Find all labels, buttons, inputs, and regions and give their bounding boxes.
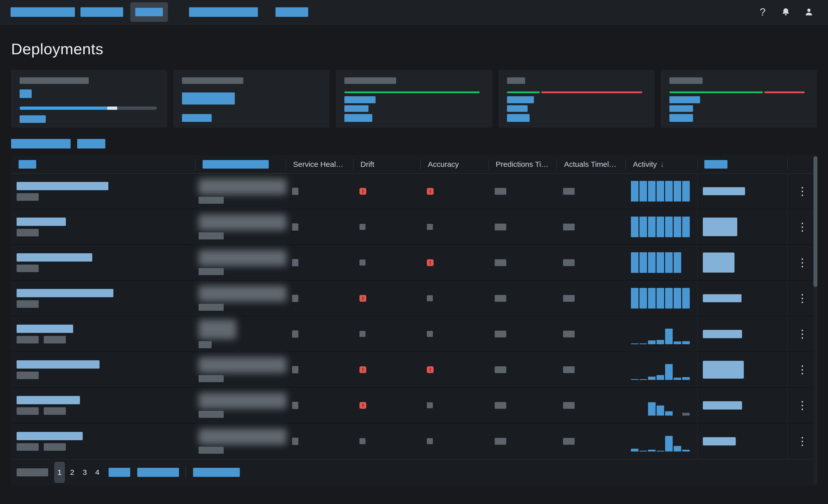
- deployment-name-redacted[interactable]: [16, 218, 66, 226]
- activity-bar: [657, 340, 664, 344]
- deployment-name-redacted[interactable]: [16, 253, 92, 262]
- status-redacted: [563, 224, 575, 230]
- service-health-cell: [286, 174, 353, 209]
- deployment-name-redacted[interactable]: [16, 360, 99, 369]
- column-header-name[interactable]: [11, 155, 195, 173]
- activity-bar: [682, 413, 690, 416]
- activity-chart: [631, 324, 690, 344]
- card-link-redacted[interactable]: [507, 96, 534, 103]
- kebab-menu-icon[interactable]: ⋮: [797, 401, 808, 410]
- page-button-3[interactable]: 3: [79, 462, 90, 483]
- status-redacted: [495, 188, 506, 195]
- service-health-cell: [286, 209, 353, 244]
- nav-item-1[interactable]: [10, 7, 75, 17]
- column-header-actuals[interactable]: Actuals Timel…: [556, 155, 625, 173]
- card-link-redacted[interactable]: [669, 114, 693, 122]
- activity-bar: [665, 288, 673, 309]
- status-redacted: [495, 402, 506, 409]
- model-name-blurred: [199, 393, 287, 409]
- nav-item-2[interactable]: [80, 7, 123, 17]
- activity-bar: [648, 217, 656, 237]
- table-row[interactable]: ! ! ⋮: [11, 174, 817, 209]
- tag-list: [16, 407, 66, 415]
- table-row[interactable]: ! ⋮: [11, 245, 817, 281]
- column-header-extra[interactable]: [697, 155, 787, 173]
- activity-cell: [625, 209, 697, 244]
- activity-chart: [631, 181, 690, 201]
- column-label: Activity: [633, 160, 657, 169]
- activity-chart: [631, 431, 690, 452]
- activity-bar: [682, 181, 690, 201]
- column-header-predictions[interactable]: Predictions Ti…: [488, 155, 556, 173]
- nav-item-4[interactable]: [189, 7, 258, 17]
- model-subtext-redacted: [199, 375, 224, 382]
- health-line: [507, 91, 646, 93]
- page-button-2[interactable]: 2: [67, 462, 77, 483]
- deployment-name-redacted[interactable]: [16, 182, 108, 190]
- tag-redacted: [16, 407, 39, 415]
- card-link-redacted[interactable]: [507, 105, 528, 112]
- activity-bar: [674, 378, 681, 380]
- kebab-menu-icon[interactable]: ⋮: [797, 437, 808, 446]
- column-header-model[interactable]: [195, 155, 286, 173]
- table-row[interactable]: ⋮: [11, 209, 817, 245]
- kebab-menu-icon[interactable]: ⋮: [797, 365, 808, 374]
- deployment-name-redacted[interactable]: [16, 432, 83, 440]
- column-label: Accuracy: [428, 160, 459, 169]
- user-icon[interactable]: [804, 6, 814, 17]
- toolbar-button-1[interactable]: [11, 139, 71, 148]
- accuracy-cell: [420, 209, 488, 244]
- column-label: Predictions Ti…: [496, 160, 548, 169]
- deployment-name-redacted[interactable]: [16, 325, 73, 333]
- card-link-redacted[interactable]: [344, 114, 372, 122]
- card-link-redacted[interactable]: [669, 96, 700, 103]
- activity-bar: [639, 181, 647, 201]
- activity-chart: [631, 288, 690, 309]
- table-row[interactable]: ⋮: [11, 316, 817, 352]
- column-header-activity[interactable]: Activity ↓: [625, 155, 697, 173]
- tag-list: [16, 229, 39, 236]
- kebab-menu-icon[interactable]: ⋮: [797, 329, 808, 338]
- activity-bar: [648, 288, 656, 309]
- nav-item-3-active[interactable]: [130, 2, 168, 22]
- card-link-redacted[interactable]: [669, 105, 693, 112]
- column-header-service-health[interactable]: Service Heal…: [286, 155, 353, 173]
- card-link-redacted[interactable]: [344, 96, 376, 103]
- table-row[interactable]: ! ! ⋮: [11, 352, 817, 388]
- activity-bar: [639, 343, 647, 344]
- kebab-menu-icon[interactable]: ⋮: [797, 258, 808, 267]
- notifications-icon[interactable]: [781, 6, 791, 17]
- help-icon[interactable]: ?: [758, 6, 768, 17]
- table-row[interactable]: ! ⋮: [11, 281, 817, 316]
- card-link-redacted[interactable]: [182, 114, 212, 122]
- deployment-name-redacted[interactable]: [16, 289, 113, 297]
- pagination-export-redacted[interactable]: [193, 468, 240, 477]
- card-link-redacted[interactable]: [507, 114, 530, 122]
- card-link-redacted[interactable]: [19, 115, 46, 123]
- actuals-cell: [556, 245, 625, 280]
- page-button-4[interactable]: 4: [92, 462, 102, 483]
- kebab-menu-icon[interactable]: ⋮: [797, 187, 808, 195]
- kebab-menu-icon[interactable]: ⋮: [797, 222, 808, 231]
- column-header-drift[interactable]: Drift: [353, 155, 420, 173]
- nav-item-5[interactable]: [276, 7, 308, 17]
- page-button-1[interactable]: 1: [54, 462, 65, 483]
- status-redacted: [360, 438, 366, 444]
- predictions-cell: [488, 352, 556, 387]
- accuracy-cell: !: [420, 352, 488, 387]
- pagination: 1234: [11, 459, 817, 485]
- toolbar-button-2[interactable]: [77, 139, 105, 148]
- actuals-cell: [556, 352, 625, 387]
- card-link-redacted[interactable]: [344, 105, 369, 112]
- table-row[interactable]: ⋮: [11, 423, 817, 459]
- name-cell: [11, 218, 195, 236]
- scrollbar-thumb[interactable]: [814, 156, 818, 287]
- table-row[interactable]: ! ⋮: [11, 388, 817, 423]
- deployment-name-redacted[interactable]: [16, 396, 80, 404]
- pagination-next-redacted[interactable]: [109, 468, 130, 477]
- column-header-accuracy[interactable]: Accuracy: [420, 155, 488, 173]
- pagination-jump-redacted[interactable]: [137, 468, 179, 477]
- summary-card-5: [661, 70, 817, 128]
- alert-icon: !: [360, 366, 366, 373]
- kebab-menu-icon[interactable]: ⋮: [797, 294, 808, 303]
